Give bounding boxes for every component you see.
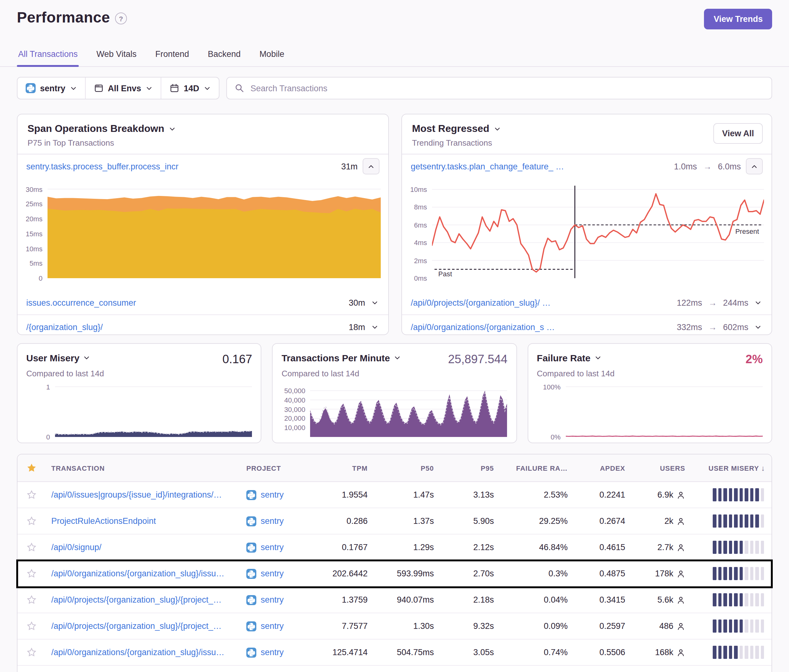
regression-to: 602ms xyxy=(723,322,748,332)
user-misery-bars xyxy=(692,646,771,659)
collapse-button[interactable] xyxy=(746,158,763,174)
expand-button[interactable] xyxy=(753,298,763,307)
chevron-down-icon xyxy=(494,125,500,132)
p50-value: 593.99ms xyxy=(374,569,440,578)
tpm-value: 25,897.544 xyxy=(448,353,507,366)
chevron-down-icon xyxy=(168,125,176,132)
failure-rate-value: 0.3% xyxy=(500,569,574,578)
expand-button[interactable] xyxy=(370,298,380,307)
star-toggle[interactable] xyxy=(18,542,45,552)
python-project-icon xyxy=(246,647,256,657)
column-header-user-misery[interactable]: USER MISERY ↓ xyxy=(692,463,771,472)
search-input[interactable] xyxy=(249,83,764,93)
failure-rate-panel: Failure Rate 2% Compared to last 14d 100… xyxy=(527,343,772,443)
star-toggle[interactable] xyxy=(18,647,45,658)
user-misery-bars xyxy=(692,488,771,501)
tab-mobile[interactable]: Mobile xyxy=(258,46,286,66)
star-toggle[interactable] xyxy=(18,516,45,526)
project-link[interactable]: sentry xyxy=(261,490,284,500)
table-row: /api/0/projects/{organization_slug}/{pro… xyxy=(18,613,771,640)
star-column-header[interactable] xyxy=(18,463,45,473)
expand-button[interactable] xyxy=(753,322,763,332)
project-link[interactable]: sentry xyxy=(261,569,284,578)
project-filter[interactable]: sentry xyxy=(18,78,85,99)
failure-rate-title-dropdown[interactable]: Failure Rate xyxy=(537,353,601,363)
filter-bar: sentry All Envs 14D xyxy=(17,77,772,99)
page-title: Performance xyxy=(17,9,110,26)
environment-filter[interactable]: All Envs xyxy=(85,78,161,99)
transaction-link[interactable]: /api/0/organizations/{organization_slug}… xyxy=(51,569,224,578)
chevron-up-icon xyxy=(367,163,374,170)
star-toggle[interactable] xyxy=(18,490,45,500)
transaction-link[interactable]: ProjectRuleActionsEndpoint xyxy=(51,516,156,526)
regressed-transaction-link[interactable]: /api/0/organizations/{organization_s … xyxy=(411,322,672,332)
span-ops-row-expanded: sentry.tasks.process_buffer.process_incr… xyxy=(18,155,388,178)
tab-frontend[interactable]: Frontend xyxy=(154,46,190,66)
help-icon[interactable]: ? xyxy=(115,13,127,24)
star-icon xyxy=(26,463,37,473)
span-op-link[interactable]: issues.occurrence_consumer xyxy=(26,298,343,307)
failure-rate-value: 2.53% xyxy=(500,490,574,500)
users-value: 6.9k xyxy=(631,490,692,500)
star-toggle[interactable] xyxy=(18,568,45,579)
arrow-right-icon: → xyxy=(702,161,713,171)
column-header-transaction[interactable]: TRANSACTION xyxy=(45,464,240,472)
star-outline-icon xyxy=(26,568,37,579)
column-header-failure-rate[interactable]: FAILURE RA… xyxy=(500,464,574,472)
project-link[interactable]: sentry xyxy=(261,516,284,526)
span-op-link[interactable]: /{organization_slug}/ xyxy=(26,322,343,332)
tab-web-vitals[interactable]: Web Vitals xyxy=(95,46,138,66)
users-value: 2k xyxy=(631,516,692,526)
collapse-button[interactable] xyxy=(363,158,380,174)
table-row: /api/0/issues|groups/{issue_id}/integrat… xyxy=(18,482,771,508)
y-axis-labels: 10 xyxy=(26,383,55,437)
view-all-button[interactable]: View All xyxy=(713,123,763,144)
tpm-title: Transactions Per Minute xyxy=(282,353,390,363)
p95-value: 5.90s xyxy=(440,516,500,526)
star-outline-icon xyxy=(26,516,37,526)
transaction-link[interactable]: /api/0/signup/ xyxy=(51,543,102,552)
most-regressed-panel: Most Regressed Trending Transactions Vie… xyxy=(401,114,772,335)
span-ops-title: Span Operations Breakdown xyxy=(27,123,164,134)
span-op-link[interactable]: sentry.tasks.process_buffer.process_incr xyxy=(26,161,336,171)
view-trends-button[interactable]: View Trends xyxy=(704,9,772,29)
project-link[interactable]: sentry xyxy=(261,648,284,657)
tab-all-transactions[interactable]: All Transactions xyxy=(17,46,79,66)
transaction-link[interactable]: /api/0/projects/{organization_slug}/{pro… xyxy=(51,595,222,605)
user-misery-bars xyxy=(692,541,771,554)
star-toggle[interactable] xyxy=(18,594,45,605)
chevron-up-icon xyxy=(751,163,758,170)
most-regressed-title-dropdown[interactable]: Most Regressed xyxy=(412,123,762,134)
transaction-link[interactable]: /api/0/projects/{organization_slug}/{pro… xyxy=(51,621,222,631)
span-ops-title-dropdown[interactable]: Span Operations Breakdown xyxy=(27,123,378,134)
column-header-users[interactable]: USERS xyxy=(631,464,692,472)
regressed-transaction-link[interactable]: getsentry.tasks.plan_change_feature_ … xyxy=(411,161,669,171)
most-regressed-title: Most Regressed xyxy=(412,123,489,134)
tpm-value: 0.286 xyxy=(314,516,374,526)
tab-backend[interactable]: Backend xyxy=(207,46,242,66)
expand-button[interactable] xyxy=(370,322,380,332)
span-ops-chart: 30ms25ms20ms15ms10ms5ms0 xyxy=(18,183,381,278)
transaction-link[interactable]: /api/0/organizations/{organization_slug}… xyxy=(51,648,224,657)
user-misery-chart: 10 xyxy=(26,383,252,437)
project-link[interactable]: sentry xyxy=(261,595,284,605)
column-header-apdex[interactable]: APDEX xyxy=(574,464,631,472)
svg-text:Past: Past xyxy=(438,270,452,278)
star-outline-icon xyxy=(26,647,37,658)
column-header-p50[interactable]: P50 xyxy=(374,464,440,472)
user-misery-bars xyxy=(692,514,771,528)
column-header-project[interactable]: PROJECT xyxy=(240,464,314,472)
column-header-p95[interactable]: P95 xyxy=(440,464,500,472)
star-toggle[interactable] xyxy=(18,621,45,631)
project-link[interactable]: sentry xyxy=(261,543,284,552)
project-link[interactable]: sentry xyxy=(261,621,284,631)
regressed-transaction-link[interactable]: /api/0/projects/{organization_slug}/ … xyxy=(411,298,672,307)
chevron-down-icon xyxy=(70,85,77,92)
transaction-link[interactable]: /api/0/issues|groups/{issue_id}/integrat… xyxy=(51,490,222,500)
tpm-title-dropdown[interactable]: Transactions Per Minute xyxy=(282,353,401,363)
user-misery-title-dropdown[interactable]: User Misery xyxy=(26,353,90,363)
users-value: 168k xyxy=(631,648,692,657)
date-range-filter[interactable]: 14D xyxy=(161,78,219,99)
tpm-value: 1.3759 xyxy=(314,595,374,605)
column-header-tpm[interactable]: TPM xyxy=(314,464,374,472)
